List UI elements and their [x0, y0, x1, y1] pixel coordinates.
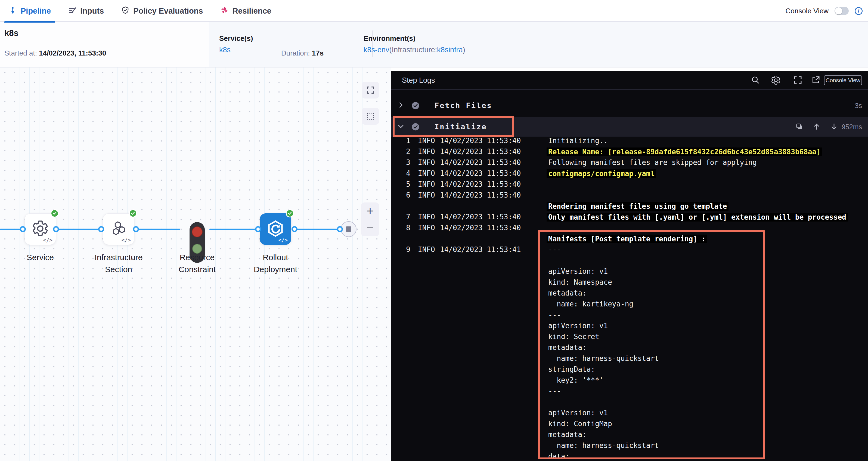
started-at: Started at: 14/02/2023, 11:53:30 [4, 49, 106, 57]
search-icon[interactable] [750, 75, 762, 86]
highlight-rect-initialize [393, 116, 514, 137]
tab-policy-evaluations-label: Policy Evaluations [133, 6, 203, 16]
console-view-label: Console View [785, 7, 829, 15]
node-port [20, 226, 26, 232]
open-in-new-icon[interactable] [811, 75, 822, 86]
section-duration: 952ms [842, 123, 862, 131]
tab-inputs-label: Inputs [80, 6, 104, 16]
log-row: 2INFO14/02/2023 11:53:40Release Name: [r… [391, 146, 868, 157]
fit-screen-button[interactable] [362, 82, 379, 98]
copy-icon[interactable] [795, 122, 803, 132]
tab-policy-evaluations[interactable]: Policy Evaluations [121, 0, 203, 22]
services-label: Service(s) [219, 34, 253, 43]
status-success-icon [286, 209, 294, 218]
nav-tabs: Pipeline Inputs Policy Evaluations Res [9, 0, 271, 22]
log-row: 5INFO14/02/2023 11:53:40 [391, 179, 868, 190]
inputs-icon [68, 6, 76, 16]
console-view-toggle[interactable] [835, 7, 849, 15]
tab-pipeline[interactable]: Pipeline [9, 0, 51, 22]
zoom-in-button[interactable]: + [367, 205, 374, 217]
node-label-rollout-deployment: Rollout Deployment [238, 252, 313, 276]
node-infrastructure[interactable]: </> [103, 213, 134, 245]
code-icon: </> [122, 237, 131, 243]
execution-header: k8s Started at: 14/02/2023, 11:53:30 Dur… [0, 22, 868, 67]
shield-check-icon [121, 6, 129, 16]
label-line: Section [81, 263, 157, 276]
node-port [255, 226, 261, 232]
step-success-icon [411, 101, 420, 110]
zoom-out-button[interactable]: − [367, 222, 374, 234]
end-node-icon [341, 221, 356, 237]
pipeline-icon [9, 6, 17, 16]
edge [209, 229, 258, 230]
environment-value: k8s-env(Infrastructure:k8sinfra) [364, 46, 465, 54]
env-suffix: ) [463, 46, 465, 54]
log-row: 7INFO14/02/2023 11:53:40Only manifest fi… [391, 212, 868, 223]
chevron-right-icon[interactable] [397, 101, 406, 110]
label-line: Infrastructure [81, 252, 157, 263]
stop-square-icon [346, 226, 351, 232]
infrastructure-link[interactable]: k8sinfra [437, 46, 463, 54]
infrastructure-hexagons-icon [110, 220, 127, 239]
label-line: Deployment [238, 263, 313, 276]
pipeline-name: k8s [4, 28, 19, 38]
log-row: 4INFO14/02/2023 11:53:40configmaps/confi… [391, 168, 868, 179]
service-gear-icon [31, 220, 49, 239]
duration-value: 17s [312, 49, 323, 57]
edge [137, 229, 180, 230]
label-line: Constraint [159, 263, 235, 276]
toggle-knob [835, 7, 842, 15]
label-line: Resource [159, 252, 235, 263]
pipeline-graph-canvas[interactable]: </> </> </> [0, 67, 391, 461]
environments-label: Environment(s) [364, 34, 415, 43]
environment-link[interactable]: k8s-env [364, 46, 390, 54]
node-rollout-deployment[interactable]: </> [260, 213, 291, 245]
label-line: Service [2, 252, 78, 263]
log-row: 1INFO14/02/2023 11:53:40Initializing.. [391, 136, 868, 146]
rollout-icon [267, 220, 284, 238]
edge [294, 229, 343, 230]
log-section-fetch-files[interactable]: Fetch Files 3s [391, 96, 868, 115]
log-row: 3INFO14/02/2023 11:53:40Following manife… [391, 157, 868, 168]
label-line: Rollout [238, 252, 313, 263]
section-name: Fetch Files [435, 101, 492, 110]
header-tint [209, 22, 868, 67]
code-icon: </> [278, 237, 288, 243]
duration: Duration: 17s [281, 49, 323, 57]
node-service[interactable]: </> [25, 213, 56, 245]
nav-right: Console View i [785, 0, 863, 22]
node-port [98, 226, 104, 232]
status-success-icon [129, 209, 137, 218]
highlight-rect-manifests [538, 230, 765, 459]
traffic-red-light [192, 226, 203, 237]
tab-resilience-label: Resilience [232, 6, 271, 16]
tab-inputs[interactable]: Inputs [68, 0, 104, 22]
step-logs-title: Step Logs [402, 76, 435, 85]
console-view-button[interactable]: Console View [824, 76, 862, 85]
gear-icon[interactable] [771, 75, 781, 86]
marquee-select-button[interactable] [362, 108, 379, 125]
service-link[interactable]: k8s [219, 46, 230, 54]
pipeline-execution-page: Pipeline Inputs Policy Evaluations Res [0, 0, 868, 461]
arrow-down-icon[interactable] [830, 122, 838, 132]
log-row: 6INFO14/02/2023 11:53:40 [391, 190, 868, 201]
node-label-service: Service [2, 252, 78, 263]
status-success-icon [51, 209, 59, 218]
tab-resilience[interactable]: Resilience [220, 0, 271, 22]
arrow-up-icon[interactable] [812, 122, 821, 132]
step-logs-header: Step Logs Console View [391, 71, 868, 90]
service-link-wrap: k8s [219, 46, 230, 54]
env-infra-prefix: (Infrastructure: [390, 46, 437, 54]
node-port [53, 226, 59, 232]
code-icon: </> [43, 237, 53, 243]
info-icon[interactable]: i [855, 7, 863, 15]
edge [56, 229, 101, 230]
node-port [291, 226, 298, 232]
started-value: 14/02/2023, 11:53:30 [39, 49, 106, 57]
active-tab-underline [4, 21, 55, 23]
node-label-infrastructure: Infrastructure Section [81, 252, 157, 276]
section-duration: 3s [855, 102, 862, 110]
fullscreen-icon[interactable] [793, 75, 804, 86]
log-row: Rendering manifest files using go templa… [391, 201, 868, 212]
zoom-controls: + − [361, 202, 379, 236]
